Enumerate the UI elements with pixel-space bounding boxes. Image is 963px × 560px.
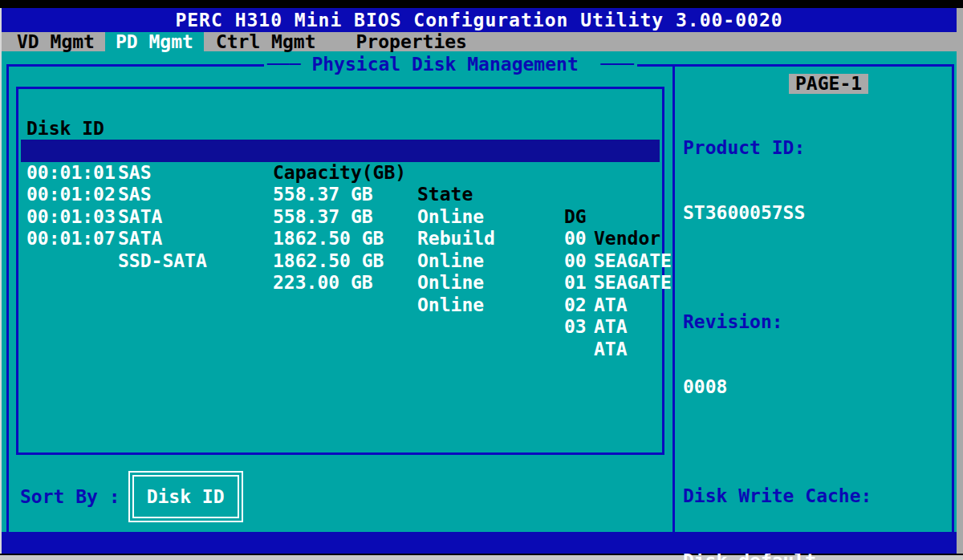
state-cell: Online [417, 250, 484, 273]
detail-label: Product ID: [683, 137, 954, 159]
state-cell: Online [417, 272, 484, 294]
menu-tab[interactable]: VD Mgmt [6, 32, 105, 51]
vendor-cell: SEAGATE [594, 272, 672, 294]
vendor-cell: ATA [594, 339, 628, 361]
screen-edge-left [0, 8, 2, 554]
detail-label: Disk Write Cache: [683, 485, 954, 507]
detail-value: 0008 [683, 376, 954, 398]
disk-row[interactable]: 00:01:00 SAS 558.37 GB Online 00 SEAGATE [21, 118, 660, 140]
vendor-cell: ATA [594, 316, 628, 339]
app-title: PERC H310 Mini BIOS Configuration Utilit… [175, 10, 782, 30]
panel-title: Physical Disk Management [264, 54, 637, 75]
page-badge: PAGE-1 [789, 74, 868, 94]
dg-cell: 02 [564, 294, 587, 317]
sort-by-value[interactable]: Disk ID [128, 471, 243, 522]
dg-cell: 01 [564, 272, 587, 294]
details-panel: PAGE-1 Product ID: ST3600057SS Revision:… [672, 64, 954, 532]
sort-by-row: Sort By : Disk ID [20, 470, 243, 523]
screen-edge-right [957, 0, 963, 560]
disk-id-cell: 00:01:07 [26, 228, 116, 250]
capacity-cell: 1862.50 GB [273, 228, 384, 250]
physical-disk-management-panel: Physical Disk Management Disk ID Type Ca… [6, 64, 954, 532]
col-header-vendor: Vendor [594, 228, 660, 250]
detail-label: Revision: [683, 311, 954, 333]
type-cell: SSD-SATA [118, 250, 207, 273]
vendor-cell: SEAGATE [594, 250, 672, 273]
disk-table-header: Disk ID Type Capacity(GB) State DG Vendo… [21, 95, 660, 118]
dg-cell: 03 [564, 316, 587, 339]
capacity-cell: 223.00 GB [273, 272, 373, 294]
vendor-cell: ATA [594, 294, 628, 317]
state-cell: Online [417, 294, 484, 317]
disk-row[interactable]: 00:01:02 SATA 1862.50 GB Online 01 ATA [21, 162, 660, 185]
bios-screen: PERC H310 Mini BIOS Configuration Utilit… [0, 0, 963, 560]
disk-row[interactable]: 00:01:01 SAS 558.37 GB Rebuild 00 SEAGAT… [21, 140, 660, 162]
detail-field: Revision: 0008 [683, 268, 954, 442]
title-bar: PERC H310 Mini BIOS Configuration Utilit… [2, 8, 957, 32]
disk-table: Disk ID Type Capacity(GB) State DG Vendo… [16, 87, 664, 455]
screen-edge-top [0, 0, 963, 8]
footer-shortcuts: F1-Help F2-Operations F5-Refresh Ctrl-N-… [2, 532, 957, 554]
disk-row[interactable]: 00:01:07 SSD-SATA 223.00 GB Online 03 AT… [21, 206, 660, 229]
capacity-cell: 1862.50 GB [273, 250, 384, 273]
sort-by-label: Sort By : [20, 486, 120, 507]
menu-bar: VD Mgmt PD Mgmt Ctrl Mgmt Properties [2, 32, 957, 51]
state-cell: Rebuild [417, 228, 495, 250]
dg-cell: 00 [564, 250, 587, 273]
dg-cell: 00 [564, 228, 587, 250]
disk-row[interactable]: 00:01:03 SATA 1862.50 GB Online 02 ATA [21, 184, 660, 206]
menu-tab[interactable]: Properties [346, 32, 477, 51]
detail-value: ST3600057SS [683, 202, 954, 224]
menu-tab[interactable]: PD Mgmt [105, 32, 204, 51]
menu-tab[interactable]: Ctrl Mgmt [205, 32, 327, 51]
detail-field: Product ID: ST3600057SS [683, 94, 954, 268]
